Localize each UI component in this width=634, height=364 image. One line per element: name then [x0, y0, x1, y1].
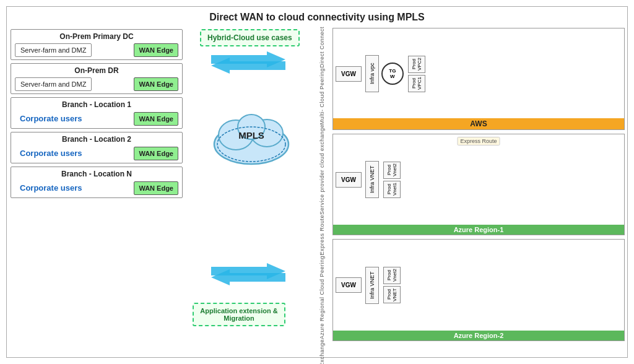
primary-dc-wan: WAN Edge	[134, 43, 178, 57]
top-arrow-svg	[211, 50, 285, 75]
dr-dc-inner: Server-farm and DMZ WAN Edge	[15, 77, 178, 91]
azure1-vgw: VGW	[336, 172, 362, 188]
hybrid-cloud-box: Hybrid-Cloud use cases	[200, 29, 300, 46]
azure1-region: VGW Infra VNET Prod Vnet2 Prod Vnet1 Exp…	[332, 134, 625, 236]
azure1-region-inner: VGW Infra VNET Prod Vnet2 Prod Vnet1	[336, 161, 622, 208]
diagram-title: Direct WAN to cloud connectivity using M…	[7, 7, 627, 27]
branch2-wan: WAN Edge	[134, 147, 178, 160]
primary-dc-title: On-Prem Primary DC	[15, 32, 178, 41]
aws-region-inner: VGW Infra vpc TG W Prod VPC2 Prod VPC1	[336, 55, 622, 102]
branch2-title: Branch - Location 2	[15, 135, 178, 144]
branch2-corp: Corporate users	[15, 146, 87, 160]
dr-dc-title: On-Prem DR	[15, 66, 178, 75]
app-ext-label: Application extension &Migration	[200, 307, 277, 322]
express-route-label: Express Route	[457, 137, 500, 145]
branch1-box: Branch - Location 1 Corporate users WAN …	[11, 97, 183, 129]
vert-azure-regional: Azure Regional Cloud Peering	[319, 256, 325, 339]
middle-panel: Hybrid-Cloud use cases	[186, 27, 316, 342]
azure2-infra-vnet: Infra VNET	[365, 267, 379, 304]
azure1-vnet1: Prod Vnet1	[383, 181, 401, 198]
branchN-box: Branch - Location N Corporate users WAN …	[11, 167, 183, 198]
aws-region: VGW Infra vpc TG W Prod VPC2 Prod VPC1 A…	[332, 28, 625, 130]
dr-dc-server: Server-farm and DMZ	[15, 77, 92, 91]
aws-vpc-stack: Prod VPC2 Prod VPC1	[408, 56, 425, 92]
aws-tgw: TG W	[381, 63, 404, 85]
cloud-regions: VGW Infra vpc TG W Prod VPC2 Prod VPC1 A…	[319, 28, 625, 341]
azure2-vnet1: Prod VNET	[383, 286, 401, 303]
branchN-corp: Corporate users	[15, 181, 87, 195]
vert-route-exchange: Route Exchange	[319, 339, 325, 364]
branch1-corp: Corporate users	[15, 111, 87, 126]
azure2-label: Azure Region-2	[333, 331, 624, 340]
dr-dc-box: On-Prem DR Server-farm and DMZ WAN Edge	[11, 63, 183, 94]
branch2-inner: Corporate users WAN Edge	[15, 146, 178, 160]
branch2-box: Branch - Location 2 Corporate users WAN …	[11, 132, 183, 163]
vert-service-provider: Service provider cloud exchange	[319, 124, 325, 215]
branchN-inner: Corporate users WAN Edge	[15, 181, 178, 195]
primary-dc-box: On-Prem Primary DC Server-farm and DMZ W…	[11, 29, 183, 60]
vert-multicloud: Multi- Cloud Peering	[319, 68, 325, 125]
vert-labels-container: Direct Connect Multi- Cloud Peering Serv…	[316, 27, 328, 342]
azure2-region-inner: VGW Infra VNET Prod Vnet2 Prod VNET	[336, 267, 622, 314]
primary-dc-server: Server-farm and DMZ	[15, 43, 92, 57]
bottom-double-arrow	[211, 262, 285, 287]
aws-vpc2: Prod VPC2	[408, 56, 425, 73]
bottom-arrow-svg	[211, 262, 285, 287]
tgw-label: TG W	[389, 68, 396, 79]
branch1-title: Branch - Location 1	[15, 100, 178, 109]
azure1-infra-vnet: Infra VNET	[365, 161, 379, 198]
app-ext-box: Application extension &Migration	[193, 303, 285, 326]
branchN-title: Branch - Location N	[15, 170, 178, 178]
azure1-vnet-stack: Prod Vnet2 Prod Vnet1	[383, 162, 401, 198]
primary-dc-inner: Server-farm and DMZ WAN Edge	[15, 43, 178, 57]
diagram-body: On-Prem Primary DC Server-farm and DMZ W…	[7, 27, 627, 342]
vert-direct-connect: Direct Connect	[319, 27, 325, 68]
branch1-wan: WAN Edge	[134, 112, 178, 126]
aws-vgw: VGW	[336, 66, 362, 82]
aws-label: AWS	[333, 118, 624, 129]
azure1-vnet2: Prod Vnet2	[383, 162, 401, 179]
top-double-arrow	[211, 50, 285, 75]
azure2-vgw: VGW	[336, 277, 362, 293]
azure2-vnet2: Prod Vnet2	[383, 267, 401, 284]
left-panel: On-Prem Primary DC Server-farm and DMZ W…	[7, 27, 186, 342]
vert-express-route: Express Route	[319, 215, 325, 256]
dr-dc-wan: WAN Edge	[134, 77, 178, 91]
main-container: Direct WAN to cloud connectivity using M…	[6, 6, 628, 358]
aws-infra-vpc: Infra vpc	[365, 55, 379, 92]
branch1-inner: Corporate users WAN Edge	[15, 111, 178, 126]
azure2-region: VGW Infra VNET Prod Vnet2 Prod VNET Azur…	[332, 239, 625, 341]
azure1-label: Azure Region-1	[333, 225, 624, 235]
aws-vpc1: Prod VPC1	[408, 75, 425, 92]
azure2-vnet-stack: Prod Vnet2 Prod VNET	[383, 267, 401, 303]
mpls-cloud-svg	[205, 101, 298, 169]
branchN-wan: WAN Edge	[134, 181, 178, 195]
right-panel: Direct Connect Multi- Cloud Peering Serv…	[316, 27, 627, 342]
mpls-cloud: MPLS	[205, 101, 298, 169]
